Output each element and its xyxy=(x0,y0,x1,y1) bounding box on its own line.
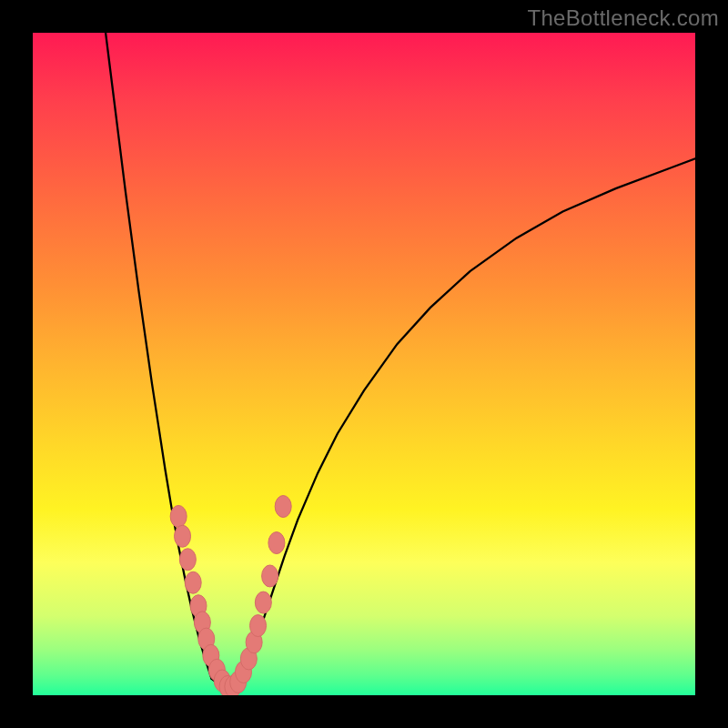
plot-area xyxy=(33,33,695,695)
chart-svg xyxy=(33,33,695,695)
highlight-marker xyxy=(185,571,201,593)
watermark-text: TheBottleneck.com xyxy=(527,5,719,31)
chart-frame: TheBottleneck.com xyxy=(0,0,728,728)
highlight-marker xyxy=(255,592,271,613)
highlight-marker xyxy=(170,505,187,527)
highlight-marker xyxy=(262,565,278,587)
highlight-marker xyxy=(175,525,191,547)
highlight-marker xyxy=(275,496,291,518)
curve-right-branch xyxy=(245,158,695,678)
highlight-marker xyxy=(268,532,285,554)
highlight-marker xyxy=(179,549,196,571)
highlight-marker xyxy=(250,615,267,637)
